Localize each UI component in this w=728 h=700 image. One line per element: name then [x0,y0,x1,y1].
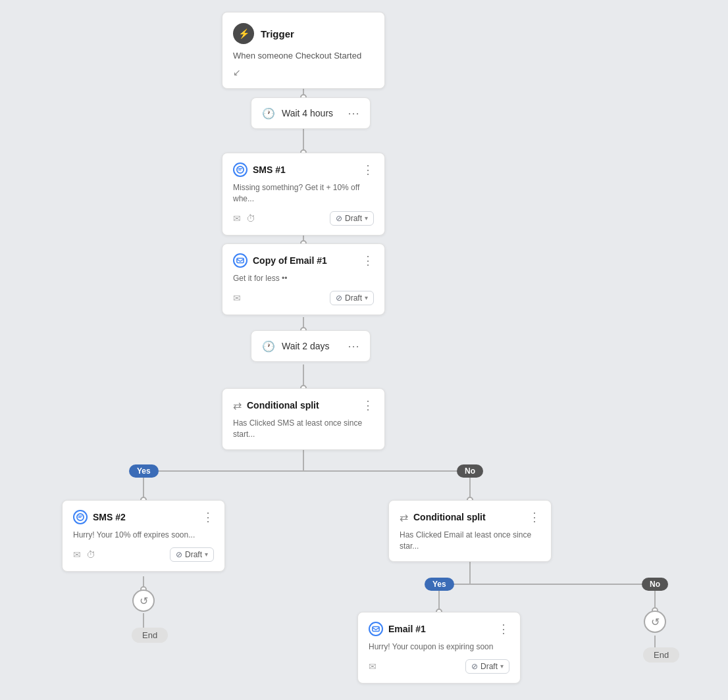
no-badge-split2: No [642,578,668,591]
trigger-card: ⚡ Trigger When someone Checkout Started … [222,12,385,89]
sms2-draft-button[interactable]: ⊘ Draft ▾ [170,547,214,562]
sms1-draft-button[interactable]: ⊘ Draft ▾ [330,211,374,226]
sms1-icon [233,162,247,177]
sms1-header: SMS #1 ⋮ [233,162,374,177]
email1-title: Copy of Email #1 [253,255,357,266]
chevron-down-icon: ▾ [365,294,368,301]
yes-badge-left: Yes [129,464,159,478]
envelope-icon: ✉ [73,549,81,560]
check-icon: ⊘ [471,662,478,671]
clock-small-icon: ⏱ [246,213,255,224]
email1-footer: ✉ ⊘ Draft ▾ [233,291,374,305]
sms2-icon [73,510,88,524]
split1-subtitle: Has Clicked SMS at least once since star… [233,418,374,440]
envelope-icon: ✉ [233,293,241,303]
email1-icon [233,253,247,268]
loop-icon-split2-no: ↺ [644,611,666,633]
sms2-header: SMS #2 ⋮ [73,510,214,524]
split1-header: ⇄ Conditional split ⋮ [233,398,374,413]
check-icon: ⊘ [176,550,182,559]
svg-rect-29 [237,259,244,263]
trigger-title: Trigger [261,28,294,39]
sms1-icons: ✉ ⏱ [233,213,255,224]
clock-icon: 🕐 [262,340,275,353]
email1-more-button[interactable]: ⋮ [362,253,374,268]
end-node-split2: End [643,647,679,662]
svg-rect-31 [373,627,379,632]
wait-2days-card: 🕐 Wait 2 days ⋯ [251,330,371,362]
email2-card: Email #1 ⋮ Hurry! Your coupon is expirin… [357,612,521,684]
split1-card: ⇄ Conditional split ⋮ Has Clicked SMS at… [222,388,385,450]
split1-title: Conditional split [247,400,357,411]
sms1-card: SMS #1 ⋮ Missing something? Get it + 10%… [222,153,385,236]
split1-more-button[interactable]: ⋮ [362,398,374,413]
sms2-draft-label: Draft [185,550,202,559]
email2-header: Email #1 ⋮ [369,622,509,636]
sms1-subtitle: Missing something? Get it + 10% off whe.… [233,182,374,205]
split2-icon: ⇄ [400,511,408,524]
sms1-draft-label: Draft [345,214,362,223]
split2-subtitle: Has Clicked Email at least once since st… [400,530,540,552]
split1-icon: ⇄ [233,399,242,412]
clock-icon: 🕐 [262,107,275,120]
email2-title: Email #1 [388,624,492,634]
envelope-icon: ✉ [233,213,241,224]
sms2-title: SMS #2 [93,512,197,522]
sms2-card: SMS #2 ⋮ Hurry! Your 10% off expires soo… [62,500,225,572]
wait-4hours-more-button[interactable]: ⋯ [348,106,359,120]
sms2-more-button[interactable]: ⋮ [202,510,214,524]
split2-more-button[interactable]: ⋮ [529,510,540,524]
email2-subtitle: Hurry! Your coupon is expiring soon [369,641,509,653]
envelope-icon: ✉ [369,661,377,672]
email1-header: Copy of Email #1 ⋮ [233,253,374,268]
email1-icons: ✉ [233,293,241,303]
trigger-icon: ⚡ [233,23,254,44]
loop-icon-sms2: ↺ [132,589,155,612]
trigger-header: ⚡ Trigger [233,23,374,44]
email2-more-button[interactable]: ⋮ [498,622,509,636]
clock-small-icon: ⏱ [86,549,95,560]
chevron-down-icon: ▾ [205,551,208,558]
wait-2days-more-button[interactable]: ⋯ [348,339,359,353]
sms1-footer: ✉ ⏱ ⊘ Draft ▾ [233,211,374,226]
sms1-more-button[interactable]: ⋮ [362,162,374,177]
check-icon: ⊘ [336,293,342,303]
split2-header: ⇄ Conditional split ⋮ [400,510,540,524]
chevron-down-icon: ▾ [500,662,504,670]
split2-card: ⇄ Conditional split ⋮ Has Clicked Email … [388,500,552,562]
no-badge-right: No [457,464,483,478]
end-node-sms2: End [132,628,168,643]
wait-2days-label: Wait 2 days [282,341,330,351]
sms2-icons: ✉ ⏱ [73,549,95,560]
chevron-down-icon: ▾ [365,214,368,222]
check-icon: ⊘ [336,214,342,223]
email2-icon [369,622,383,636]
email2-draft-button[interactable]: ⊘ Draft ▾ [465,659,509,674]
trigger-bottom-icon: ↙ [233,67,374,78]
email1-card: Copy of Email #1 ⋮ Get it for less •• ✉ … [222,243,385,315]
wait-4hours-label: Wait 4 hours [282,108,333,118]
sms2-footer: ✉ ⏱ ⊘ Draft ▾ [73,547,214,562]
split2-title: Conditional split [413,512,523,522]
email2-footer: ✉ ⊘ Draft ▾ [369,659,509,674]
email1-draft-button[interactable]: ⊘ Draft ▾ [330,291,374,305]
email1-subtitle: Get it for less •• [233,273,374,284]
sms1-title: SMS #1 [253,164,357,175]
sms2-subtitle: Hurry! Your 10% off expires soon... [73,530,214,541]
email2-draft-label: Draft [481,662,498,671]
email2-icons: ✉ [369,661,377,672]
yes-badge-split2: Yes [425,578,454,591]
trigger-subtitle: When someone Checkout Started [233,51,374,61]
wait-4hours-card: 🕐 Wait 4 hours ⋯ [251,97,371,129]
email1-draft-label: Draft [345,293,362,303]
